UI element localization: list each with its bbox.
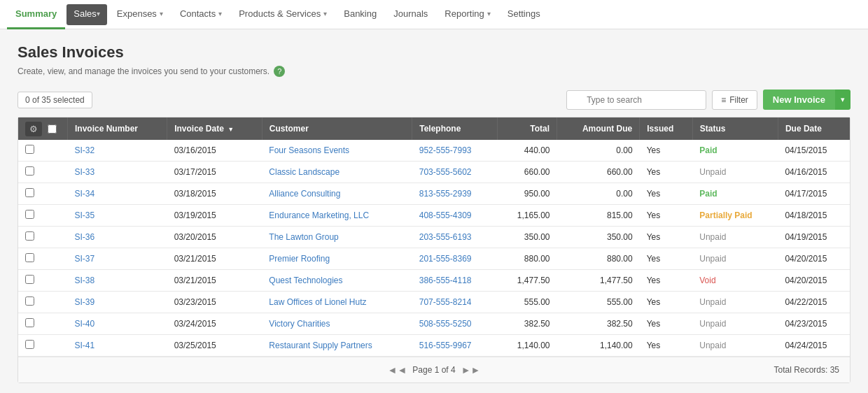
cell-telephone[interactable]: 203-555-6193 [412,227,497,248]
cell-customer[interactable]: Law Offices of Lionel Hutz [262,292,412,313]
filter-button[interactable]: ≡ Filter [712,90,757,110]
invoices-table-container: ⚙ Invoice Number Invoice Date ▼ Customer [18,117,850,383]
nav-item-banking[interactable]: Banking [335,0,385,29]
cell-status: Unpaid [692,248,778,270]
th-telephone[interactable]: Telephone [412,117,497,140]
row-checkbox-cell [18,335,68,357]
cell-invoice-number[interactable]: SI-39 [68,292,167,313]
table-row[interactable]: SI-34 03/18/2015 Alliance Consulting 813… [18,183,850,205]
page-content: Sales Invoices Create, view, and manage … [0,29,868,393]
selected-badge[interactable]: 0 of 35 selected [18,92,92,108]
table-row[interactable]: SI-33 03/17/2015 Classic Landscape 703-5… [18,162,850,183]
help-icon[interactable]: ? [274,66,285,77]
th-total[interactable]: Total [497,117,556,140]
table-footer: ◄◄ Page 1 of 4 ►► Total Records: 35 [18,357,850,383]
cell-customer[interactable]: Classic Landscape [262,162,412,183]
table-row[interactable]: SI-39 03/23/2015 Law Offices of Lionel H… [18,292,850,313]
cell-telephone[interactable]: 386-555-4118 [412,270,497,292]
table-row[interactable]: SI-35 03/19/2015 Endurance Marketing, LL… [18,205,850,227]
cell-customer[interactable]: Four Seasons Events [262,140,412,162]
cell-customer[interactable]: Premier Roofing [262,248,412,270]
row-checkbox-4[interactable] [25,231,34,241]
column-settings-button[interactable]: ⚙ [25,122,42,136]
table-row[interactable]: SI-38 03/21/2015 Quest Technologies 386-… [18,270,850,292]
cell-invoice-number[interactable]: SI-33 [68,162,167,183]
table-row[interactable]: SI-37 03/21/2015 Premier Roofing 201-555… [18,248,850,270]
cell-invoice-number[interactable]: SI-36 [68,227,167,248]
nav-item-expenses[interactable]: Expenses ▾ [108,0,172,29]
table-row[interactable]: SI-32 03/16/2015 Four Seasons Events 952… [18,140,850,162]
pagination-prev[interactable]: ◄◄ [388,364,407,376]
page-title: Sales Invoices [18,43,850,62]
nav-item-products-services[interactable]: Products & Services ▾ [230,0,335,29]
row-checkbox-cell [18,270,68,292]
th-amount-due[interactable]: Amount Due [557,117,640,140]
cell-telephone[interactable]: 703-555-5602 [412,162,497,183]
cell-telephone[interactable]: 952-555-7993 [412,140,497,162]
nav-item-reporting[interactable]: Reporting ▾ [436,0,498,29]
table-row[interactable]: SI-36 03/20/2015 The Lawton Group 203-55… [18,227,850,248]
cell-telephone[interactable]: 408-555-4309 [412,205,497,227]
nav-item-summary[interactable]: Summary [7,0,65,29]
th-due-date[interactable]: Due Date [778,117,850,140]
row-checkbox-9[interactable] [25,340,34,349]
row-checkbox-2[interactable] [25,188,34,197]
cell-total: 440.00 [497,140,556,162]
row-checkbox-6[interactable] [25,275,34,284]
row-checkbox-7[interactable] [25,296,34,306]
cell-invoice-number[interactable]: SI-34 [68,183,167,205]
th-issued[interactable]: Issued [640,117,693,140]
cell-issued: Yes [640,227,693,248]
row-checkbox-cell [18,292,68,313]
th-customer[interactable]: Customer [262,117,412,140]
cell-customer[interactable]: Victory Charities [262,313,412,335]
cell-customer[interactable]: Alliance Consulting [262,183,412,205]
cell-invoice-date: 03/24/2015 [167,313,262,335]
cell-customer[interactable]: Quest Technologies [262,270,412,292]
table-row[interactable]: SI-41 03/25/2015 Restaurant Supply Partn… [18,335,850,357]
cell-status: Unpaid [692,292,778,313]
cell-issued: Yes [640,270,693,292]
cell-telephone[interactable]: 813-555-2939 [412,183,497,205]
cell-customer[interactable]: Endurance Marketing, LLC [262,205,412,227]
row-checkbox-3[interactable] [25,210,34,219]
cell-invoice-date: 03/21/2015 [167,270,262,292]
cell-invoice-number[interactable]: SI-37 [68,248,167,270]
nav-item-contacts[interactable]: Contacts ▾ [172,0,230,29]
select-all-checkbox[interactable] [48,124,57,134]
new-invoice-dropdown-arrow[interactable]: ▾ [835,90,850,110]
th-invoice-number[interactable]: Invoice Number [68,117,167,140]
cell-total: 660.00 [497,162,556,183]
cell-invoice-number[interactable]: SI-41 [68,335,167,357]
cell-customer[interactable]: The Lawton Group [262,227,412,248]
pagination-next[interactable]: ►► [461,364,481,376]
row-checkbox-0[interactable] [25,145,34,154]
th-status[interactable]: Status [692,117,778,140]
cell-invoice-number[interactable]: SI-38 [68,270,167,292]
nav-item-settings[interactable]: Settings [499,0,549,29]
cell-due-date: 04/15/2015 [778,140,850,162]
row-checkbox-1[interactable] [25,166,34,176]
cell-status: Unpaid [692,335,778,357]
cell-due-date: 04/16/2015 [778,162,850,183]
th-invoice-date[interactable]: Invoice Date ▼ [167,117,262,140]
cell-total: 1,477.50 [497,270,556,292]
cell-telephone[interactable]: 516-555-9967 [412,335,497,357]
cell-invoice-date: 03/21/2015 [167,248,262,270]
row-checkbox-8[interactable] [25,318,34,327]
cell-telephone[interactable]: 508-555-5250 [412,313,497,335]
new-invoice-button[interactable]: New Invoice [763,90,835,110]
table-row[interactable]: SI-40 03/24/2015 Victory Charities 508-5… [18,313,850,335]
search-input[interactable] [566,90,706,110]
nav-item-sales[interactable]: Sales ▾ [66,4,107,25]
row-checkbox-5[interactable] [25,253,34,262]
cell-telephone[interactable]: 707-555-8214 [412,292,497,313]
cell-customer[interactable]: Restaurant Supply Partners [262,335,412,357]
cell-invoice-number[interactable]: SI-32 [68,140,167,162]
cell-telephone[interactable]: 201-555-8369 [412,248,497,270]
row-checkbox-cell [18,140,68,162]
nav-item-journals[interactable]: Journals [385,0,436,29]
cell-invoice-number[interactable]: SI-40 [68,313,167,335]
cell-invoice-number[interactable]: SI-35 [68,205,167,227]
total-records: Total Records: 35 [774,365,839,375]
